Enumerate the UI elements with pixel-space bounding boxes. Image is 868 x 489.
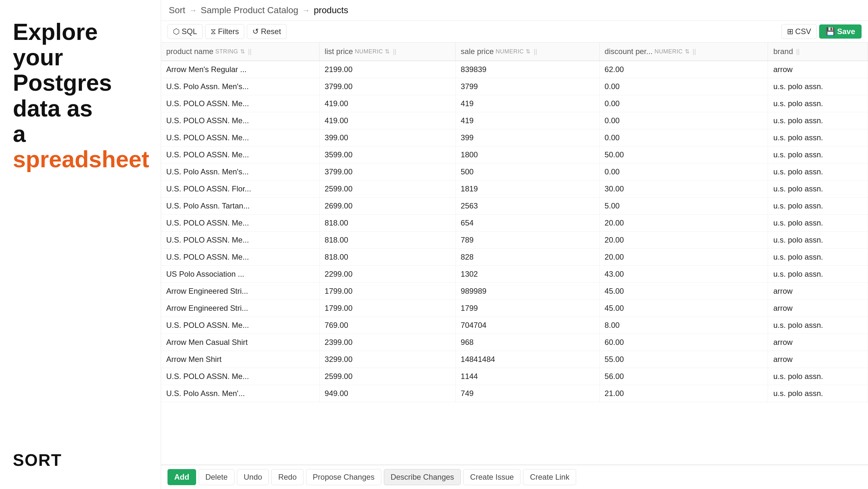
table-row[interactable]: U.S. Polo Assn. Men's... 3799.00 3799 0.… bbox=[161, 78, 868, 95]
propose-changes-button[interactable]: Propose Changes bbox=[306, 469, 381, 485]
table-row[interactable]: Arrow Men Casual Shirt 2399.00 968 60.00… bbox=[161, 334, 868, 351]
cell-list-price: 419.00 bbox=[319, 95, 455, 112]
filter-icon: ⧖ bbox=[211, 27, 216, 36]
table-row[interactable]: Arrow Engineered Stri... 1799.00 1799 45… bbox=[161, 300, 868, 317]
table-row[interactable]: U.S. POLO ASSN. Me... 419.00 419 0.00 u.… bbox=[161, 95, 868, 112]
cell-brand: u.s. polo assn. bbox=[768, 232, 868, 249]
cell-discount: 55.00 bbox=[599, 351, 768, 368]
toolbar: ⬡ SQL ⧖ Filters ↺ Reset ⊞ CSV 💾 Save bbox=[161, 21, 868, 42]
table-row[interactable]: Arrow Engineered Stri... 1799.00 989989 … bbox=[161, 283, 868, 300]
col-header-sale-price[interactable]: sale price NUMERIC ⇅ || bbox=[456, 42, 599, 61]
cell-product-name: U.S. POLO ASSN. Me... bbox=[161, 214, 319, 232]
cell-sale-price: 500 bbox=[456, 164, 599, 180]
table-row[interactable]: Arrow Men Shirt 3299.00 14841484 55.00 a… bbox=[161, 351, 868, 368]
cell-product-name: US Polo Association ... bbox=[161, 266, 319, 283]
table-row[interactable]: U.S. POLO ASSN. Me... 2599.00 1144 56.00… bbox=[161, 368, 868, 385]
table-row[interactable]: US Polo Association ... 2299.00 1302 43.… bbox=[161, 266, 868, 283]
save-label: Save bbox=[837, 27, 855, 36]
cell-sale-price: 1800 bbox=[456, 146, 599, 164]
filters-button[interactable]: ⧖ Filters bbox=[205, 24, 244, 39]
table-row[interactable]: U.S. POLO ASSN. Me... 399.00 399 0.00 u.… bbox=[161, 129, 868, 146]
breadcrumb-arrow-1: → bbox=[189, 6, 197, 15]
cell-list-price: 769.00 bbox=[319, 317, 455, 334]
csv-icon: ⊞ bbox=[787, 27, 794, 36]
save-button[interactable]: 💾 Save bbox=[819, 24, 862, 38]
drag-handle-list-price[interactable]: || bbox=[393, 48, 396, 55]
sql-button[interactable]: ⬡ SQL bbox=[167, 24, 203, 39]
breadcrumb: Sort → Sample Product Catalog → products bbox=[161, 0, 868, 21]
cell-product-name: U.S. POLO ASSN. Me... bbox=[161, 317, 319, 334]
table-row[interactable]: U.S. POLO ASSN. Me... 769.00 704704 8.00… bbox=[161, 317, 868, 334]
sort-icon-list-price[interactable]: ⇅ bbox=[385, 48, 390, 55]
cell-sale-price: 1144 bbox=[456, 368, 599, 385]
cell-discount: 20.00 bbox=[599, 249, 768, 266]
cell-sale-price: 989989 bbox=[456, 283, 599, 300]
cell-discount: 20.00 bbox=[599, 232, 768, 249]
cell-brand: arrow bbox=[768, 61, 868, 78]
create-link-button[interactable]: Create Link bbox=[523, 469, 576, 485]
cell-sale-price: 2563 bbox=[456, 198, 599, 214]
table-row[interactable]: U.S. Polo Assn. Tartan... 2699.00 2563 5… bbox=[161, 198, 868, 214]
table-row[interactable]: U.S. POLO ASSN. Me... 818.00 654 20.00 u… bbox=[161, 214, 868, 232]
cell-discount: 8.00 bbox=[599, 317, 768, 334]
breadcrumb-sort[interactable]: Sort bbox=[169, 5, 185, 16]
cell-discount: 0.00 bbox=[599, 78, 768, 95]
col-header-list-price[interactable]: list price NUMERIC ⇅ || bbox=[319, 42, 455, 61]
drag-handle-brand[interactable]: || bbox=[796, 48, 800, 55]
delete-button[interactable]: Delete bbox=[199, 469, 235, 485]
cell-brand: u.s. polo assn. bbox=[768, 129, 868, 146]
col-header-brand[interactable]: brand || bbox=[768, 42, 868, 61]
csv-button[interactable]: ⊞ CSV bbox=[781, 24, 816, 39]
reset-button[interactable]: ↺ Reset bbox=[247, 24, 286, 39]
cell-sale-price: 789 bbox=[456, 232, 599, 249]
sql-icon: ⬡ bbox=[173, 27, 180, 36]
describe-changes-button[interactable]: Describe Changes bbox=[384, 469, 461, 485]
table-row[interactable]: U.S. POLO ASSN. Me... 818.00 789 20.00 u… bbox=[161, 232, 868, 249]
table-row[interactable]: U.S. POLO ASSN. Me... 419.00 419 0.00 u.… bbox=[161, 112, 868, 129]
sort-icon-sale-price[interactable]: ⇅ bbox=[526, 48, 530, 55]
table-row[interactable]: U.S. POLO ASSN. Flor... 2599.00 1819 30.… bbox=[161, 180, 868, 198]
cell-discount: 0.00 bbox=[599, 112, 768, 129]
cell-sale-price: 14841484 bbox=[456, 351, 599, 368]
cell-sale-price: 828 bbox=[456, 249, 599, 266]
drag-handle-product[interactable]: || bbox=[248, 48, 251, 55]
cell-sale-price: 419 bbox=[456, 112, 599, 129]
cell-list-price: 818.00 bbox=[319, 249, 455, 266]
table-row[interactable]: U.S. POLO ASSN. Me... 818.00 828 20.00 u… bbox=[161, 249, 868, 266]
create-issue-button[interactable]: Create Issue bbox=[463, 469, 521, 485]
cell-brand: u.s. polo assn. bbox=[768, 214, 868, 232]
hero-section: Explore your Postgres data as a spreadsh… bbox=[13, 19, 148, 172]
cell-product-name: Arrow Men Shirt bbox=[161, 351, 319, 368]
cell-brand: arrow bbox=[768, 300, 868, 317]
sort-icon-product[interactable]: ⇅ bbox=[240, 48, 245, 55]
breadcrumb-arrow-2: → bbox=[302, 6, 310, 15]
add-button[interactable]: Add bbox=[167, 469, 196, 485]
col-header-product-name[interactable]: product name STRING ⇅ || bbox=[161, 42, 319, 61]
cell-brand: u.s. polo assn. bbox=[768, 95, 868, 112]
cell-list-price: 3799.00 bbox=[319, 78, 455, 95]
table-row[interactable]: U.S. Polo Assn. Men'... 949.00 749 21.00… bbox=[161, 385, 868, 402]
table-container: product name STRING ⇅ || list price NUME… bbox=[161, 42, 868, 465]
table-header-row: product name STRING ⇅ || list price NUME… bbox=[161, 42, 868, 61]
drag-handle-sale-price[interactable]: || bbox=[534, 48, 537, 55]
breadcrumb-products[interactable]: products bbox=[314, 5, 348, 16]
cell-product-name: Arrow Men's Regular ... bbox=[161, 61, 319, 78]
cell-brand: u.s. polo assn. bbox=[768, 266, 868, 283]
table-row[interactable]: U.S. POLO ASSN. Me... 3599.00 1800 50.00… bbox=[161, 146, 868, 164]
drag-handle-discount[interactable]: || bbox=[693, 48, 696, 55]
cell-discount: 45.00 bbox=[599, 283, 768, 300]
table-row[interactable]: U.S. Polo Assn. Men's... 3799.00 500 0.0… bbox=[161, 164, 868, 180]
cell-list-price: 419.00 bbox=[319, 112, 455, 129]
sort-icon-discount[interactable]: ⇅ bbox=[685, 48, 689, 55]
csv-label: CSV bbox=[795, 27, 811, 36]
breadcrumb-catalog[interactable]: Sample Product Catalog bbox=[200, 5, 298, 16]
cell-sale-price: 1819 bbox=[456, 180, 599, 198]
col-header-discount[interactable]: discount per... NUMERIC ⇅ || bbox=[599, 42, 768, 61]
redo-button[interactable]: Redo bbox=[271, 469, 303, 485]
cell-list-price: 2299.00 bbox=[319, 266, 455, 283]
sql-label: SQL bbox=[182, 27, 197, 36]
cell-discount: 20.00 bbox=[599, 214, 768, 232]
table-row[interactable]: Arrow Men's Regular ... 2199.00 839839 6… bbox=[161, 61, 868, 78]
undo-button[interactable]: Undo bbox=[237, 469, 269, 485]
right-panel: Sort → Sample Product Catalog → products… bbox=[161, 0, 868, 489]
